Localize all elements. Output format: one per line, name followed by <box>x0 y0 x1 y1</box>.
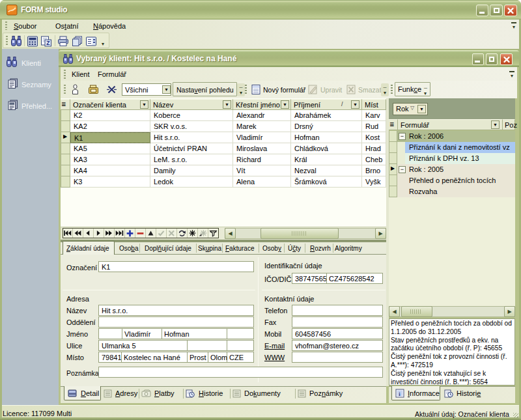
svg-text:Z: Z <box>46 40 49 46</box>
